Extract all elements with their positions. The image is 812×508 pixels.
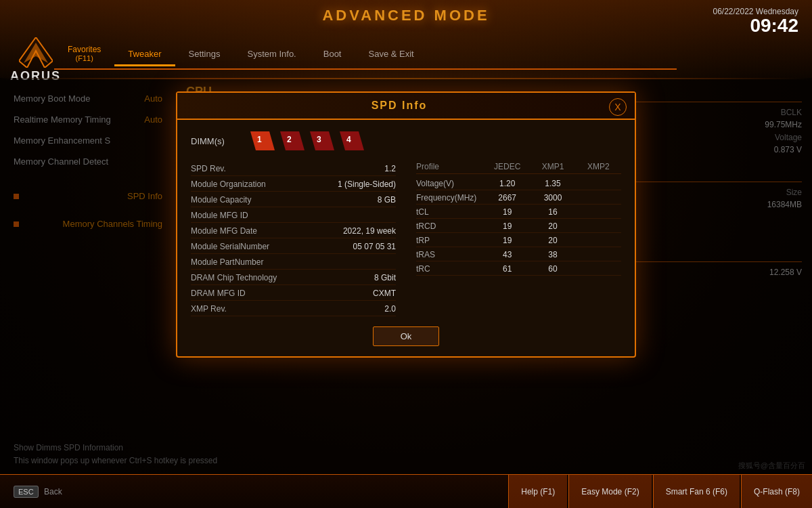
timing-trp-xmp1: 20 (530, 236, 575, 245)
spd-serial-val: 05 07 05 31 (353, 242, 396, 251)
spd-info-modal: SPD Info X DIMM(s) 1 (176, 91, 636, 358)
timing-freq-xmp1: 3000 (530, 193, 575, 203)
spd-org-row: Module Organization 1 (Single-Sided) (191, 177, 396, 192)
spd-part-key: Module PartNumber (191, 257, 263, 267)
help-button[interactable]: Help (F1) (508, 475, 567, 509)
timing-freq-xmp2 (576, 193, 621, 203)
dimm-tab-1[interactable]: 1 (250, 131, 275, 150)
timing-voltage-row: Voltage(V) 1.20 1.35 (416, 177, 621, 190)
timing-volt-xmp1: 1.35 (530, 179, 575, 188)
timing-trp-jedec: 19 (484, 236, 530, 245)
spd-date-row: Module MFG Date 2022, 19 week (191, 224, 396, 238)
spd-date-key: Module MFG Date (191, 226, 257, 236)
dimm-tab-4[interactable]: 4 (340, 131, 364, 150)
timing-tras-xmp1: 38 (530, 250, 575, 259)
timing-trcd-row: tRCD 19 20 (416, 220, 621, 233)
dimm-row: DIMM(s) 1 (191, 130, 621, 152)
svg-marker-5 (340, 131, 364, 150)
dimm-tab-3[interactable]: 3 (310, 131, 334, 150)
modal-close-button[interactable]: X (609, 98, 627, 116)
esc-key: ESC (14, 486, 39, 498)
spd-serial-key: Module SerialNumber (191, 242, 269, 251)
timing-freq-jedec: 2667 (484, 193, 530, 203)
timing-tras-xmp2 (576, 250, 621, 259)
spd-org-val: 1 (Single-Sided) (338, 179, 396, 189)
timing-trc-jedec: 61 (484, 264, 530, 274)
modal-overlay: SPD Info X DIMM(s) 1 (0, 78, 812, 474)
spd-left-col: SPD Rev. 1.2 Module Organization 1 (Sing… (191, 162, 396, 316)
timing-trcd-key: tRCD (416, 221, 484, 231)
spd-rev-row: SPD Rev. 1.2 (191, 162, 396, 176)
timing-freq-key: Frequency(MHz) (416, 193, 484, 203)
spd-dram-mfg-val: CXMT (373, 289, 396, 298)
timing-tras-jedec: 43 (484, 250, 530, 259)
footer: ESC Back Help (F1) Easy Mode (F2) Smart … (0, 474, 812, 508)
easy-mode-button[interactable]: Easy Mode (F2) (568, 475, 651, 509)
spd-mfgid-key: Module MFG ID (191, 211, 248, 220)
timing-xmp2-header: XMP2 (576, 162, 621, 171)
modal-title: SPD Info (191, 100, 608, 112)
timing-tras-row: tRAS 43 38 (416, 249, 621, 261)
spd-part-row: Module PartNumber (191, 255, 396, 270)
timing-volt-key: Voltage(V) (416, 179, 484, 188)
smart-fan-button[interactable]: Smart Fan 6 (F6) (653, 475, 740, 509)
spd-cap-row: Module Capacity 8 GB (191, 193, 396, 207)
modal-header: SPD Info X (177, 93, 635, 120)
ok-btn-row: Ok (191, 326, 621, 346)
timing-tcl-xmp1: 16 (530, 207, 575, 217)
spd-rev-key: SPD Rev. (191, 164, 226, 173)
datetime-display: 06/22/2022 Wednesday 09:42 (713, 7, 798, 35)
spd-dram-mfg-row: DRAM MFG ID CXMT (191, 287, 396, 301)
spd-date-val: 2022, 19 week (343, 226, 396, 236)
svg-marker-3 (280, 131, 304, 150)
time-display: 09:42 (713, 16, 798, 35)
spd-org-key: Module Organization (191, 179, 266, 189)
spd-xmp-rev-row: XMP Rev. 2.0 (191, 302, 396, 316)
timing-tcl-row: tCL 19 16 (416, 206, 621, 219)
timing-xmp1-header: XMP1 (530, 162, 575, 171)
timing-trcd-xmp1: 20 (530, 221, 575, 231)
spd-xmp-rev-val: 2.0 (384, 304, 396, 314)
spd-dram-tech-row: DRAM Chip Technology 8 Gbit (191, 271, 396, 285)
timing-tras-key: tRAS (416, 250, 484, 259)
timing-trp-key: tRP (416, 236, 484, 245)
esc-back-label: Back (44, 487, 62, 496)
footer-buttons: Help (F1) Easy Mode (F2) Smart Fan 6 (F6… (508, 475, 812, 509)
spd-dram-mfg-key: DRAM MFG ID (191, 289, 246, 298)
spd-dram-tech-val: 8 Gbit (374, 273, 396, 282)
spd-cap-val: 8 GB (378, 195, 396, 205)
footer-info: ESC Back (0, 487, 76, 496)
svg-marker-2 (250, 131, 275, 150)
timing-jedec-header: JEDEC (484, 162, 530, 171)
timing-tcl-jedec: 19 (484, 207, 530, 217)
spd-xmp-rev-key: XMP Rev. (191, 304, 227, 314)
timing-trcd-xmp2 (576, 221, 621, 231)
ok-button[interactable]: Ok (373, 326, 440, 346)
dimm-label: DIMM(s) (191, 136, 245, 146)
dimm-tab-2[interactable]: 2 (280, 131, 304, 150)
timing-trc-xmp1: 60 (530, 264, 575, 274)
top-glow (0, 0, 812, 81)
timing-trc-xmp2 (576, 264, 621, 274)
timing-freq-row: Frequency(MHz) 2667 3000 (416, 192, 621, 205)
spd-mfgid-row: Module MFG ID (191, 209, 396, 223)
spd-cap-key: Module Capacity (191, 195, 251, 205)
timing-trp-row: tRP 19 20 (416, 234, 621, 247)
spd-right-col: Profile JEDEC XMP1 XMP2 Voltage(V) 1.20 … (416, 162, 621, 316)
timing-trc-key: tRC (416, 264, 484, 274)
qflash-button[interactable]: Q-Flash (F8) (741, 475, 812, 509)
timing-tcl-key: tCL (416, 207, 484, 217)
timing-header: Profile JEDEC XMP1 XMP2 (416, 162, 621, 174)
timing-trcd-jedec: 19 (484, 221, 530, 231)
spd-rev-val: 1.2 (384, 164, 396, 173)
svg-marker-4 (310, 131, 334, 150)
spd-grid: SPD Rev. 1.2 Module Organization 1 (Sing… (191, 162, 621, 316)
timing-trc-row: tRC 61 60 (416, 263, 621, 276)
timing-tcl-xmp2 (576, 207, 621, 217)
timing-profile-header: Profile (416, 162, 484, 171)
timing-volt-jedec: 1.20 (484, 179, 530, 188)
spd-serial-row: Module SerialNumber 05 07 05 31 (191, 240, 396, 254)
timing-trp-xmp2 (576, 236, 621, 245)
modal-body: DIMM(s) 1 (177, 120, 635, 356)
spd-dram-tech-key: DRAM Chip Technology (191, 273, 277, 282)
